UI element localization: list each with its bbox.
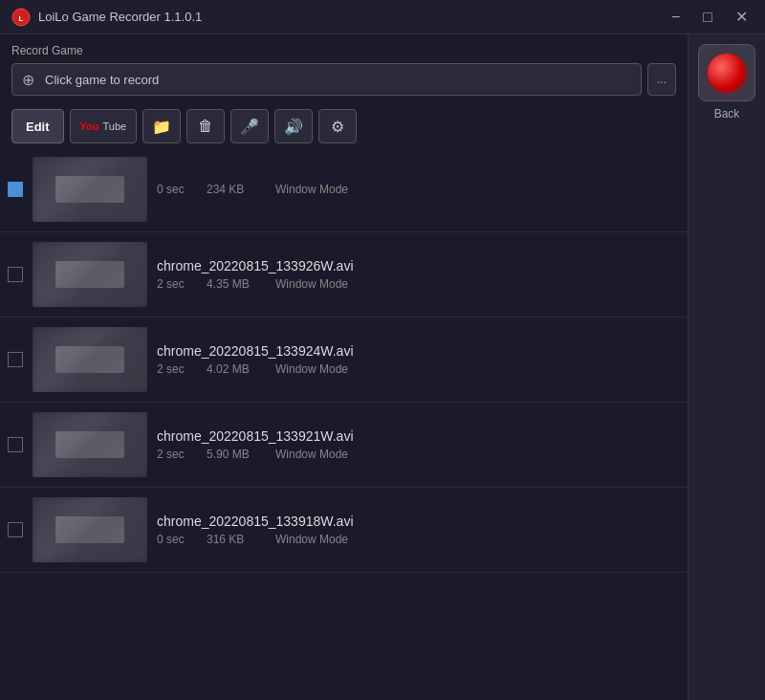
- close-button[interactable]: ✕: [730, 8, 754, 27]
- item-meta: 2 sec 5.90 MB Window Mode: [157, 448, 680, 461]
- app-title: LoiLo Game Recorder 1.1.0.1: [38, 10, 202, 24]
- youtube-label: Tube: [103, 120, 127, 132]
- list-item[interactable]: chrome_20220815_133924W.avi 2 sec 4.02 M…: [0, 317, 688, 403]
- item-filename: chrome_20220815_133926W.avi: [157, 258, 680, 273]
- record-game-label: Record Game: [11, 44, 676, 57]
- item-duration: 0 sec: [157, 183, 195, 196]
- edit-button[interactable]: Edit: [11, 109, 64, 143]
- item-duration: 0 sec: [157, 533, 195, 546]
- item-meta: 0 sec 316 KB Window Mode: [157, 533, 680, 546]
- microphone-button[interactable]: 🎤: [230, 109, 269, 143]
- item-checkbox[interactable]: [8, 522, 23, 537]
- settings-button[interactable]: ⚙: [318, 109, 357, 143]
- speaker-icon: 🔊: [284, 118, 303, 136]
- item-size: 234 KB: [207, 183, 264, 196]
- item-info: 0 sec 234 KB Window Mode: [157, 183, 680, 196]
- delete-button[interactable]: 🗑: [186, 109, 225, 143]
- item-checkbox[interactable]: [8, 352, 23, 367]
- item-info: chrome_20220815_133921W.avi 2 sec 5.90 M…: [157, 428, 680, 461]
- item-checkbox[interactable]: [8, 267, 23, 282]
- svg-text:L: L: [19, 14, 24, 23]
- item-size: 4.02 MB: [207, 362, 264, 376]
- item-mode: Window Mode: [275, 277, 348, 291]
- open-folder-button[interactable]: 📁: [142, 109, 181, 143]
- item-duration: 2 sec: [157, 362, 195, 376]
- item-info: chrome_20220815_133926W.avi 2 sec 4.35 M…: [157, 258, 680, 291]
- gear-icon: ⚙: [331, 118, 344, 136]
- item-mode: Window Mode: [275, 533, 348, 546]
- youtube-icon: You: [80, 120, 99, 132]
- trash-icon: 🗑: [198, 118, 213, 135]
- item-duration: 2 sec: [157, 448, 195, 461]
- item-thumbnail: [33, 412, 147, 477]
- title-bar-controls: − □ ✕: [666, 8, 754, 27]
- item-mode: Window Mode: [275, 183, 348, 196]
- item-meta: 0 sec 234 KB Window Mode: [157, 183, 680, 196]
- main-container: Record Game ⊕ Click game to record ... E…: [0, 34, 765, 700]
- item-meta: 2 sec 4.35 MB Window Mode: [157, 277, 680, 291]
- item-thumbnail: [33, 157, 147, 222]
- item-filename: chrome_20220815_133918W.avi: [157, 514, 680, 529]
- item-thumbnail: [33, 242, 147, 307]
- list-item[interactable]: chrome_20220815_133918W.avi 0 sec 316 KB…: [0, 488, 688, 573]
- recordings-list[interactable]: 0 sec 234 KB Window Mode chrome_20220815: [0, 151, 688, 700]
- left-panel: Record Game ⊕ Click game to record ... E…: [0, 34, 688, 700]
- list-item[interactable]: chrome_20220815_133926W.avi 2 sec 4.35 M…: [0, 232, 688, 317]
- item-filename: chrome_20220815_133921W.avi: [157, 428, 680, 444]
- item-checkbox[interactable]: [8, 182, 23, 197]
- maximize-button[interactable]: □: [697, 8, 718, 27]
- item-size: 4.35 MB: [207, 277, 264, 291]
- item-info: chrome_20220815_133918W.avi 0 sec 316 KB…: [157, 514, 680, 546]
- item-size: 316 KB: [207, 533, 264, 546]
- more-options-button[interactable]: ...: [647, 63, 676, 96]
- minimize-button[interactable]: −: [666, 8, 686, 27]
- right-panel: Back: [688, 34, 765, 700]
- speaker-button[interactable]: 🔊: [274, 109, 313, 143]
- back-label: Back: [714, 107, 740, 120]
- item-mode: Window Mode: [275, 362, 348, 376]
- title-bar: L LoiLo Game Recorder 1.1.0.1 − □ ✕: [0, 0, 765, 34]
- title-bar-left: L LoiLo Game Recorder 1.1.0.1: [11, 8, 202, 27]
- game-input-row: ⊕ Click game to record ...: [11, 63, 676, 96]
- item-thumbnail: [33, 497, 147, 562]
- game-input-text: Click game to record: [45, 73, 631, 87]
- item-filename: chrome_20220815_133924W.avi: [157, 343, 680, 359]
- youtube-button[interactable]: YouTube: [70, 109, 138, 143]
- record-button[interactable]: [698, 44, 755, 101]
- list-item[interactable]: chrome_20220815_133921W.avi 2 sec 5.90 M…: [0, 403, 688, 488]
- list-item[interactable]: 0 sec 234 KB Window Mode: [0, 151, 688, 232]
- item-mode: Window Mode: [275, 448, 348, 461]
- item-size: 5.90 MB: [207, 448, 264, 461]
- toolbar: Edit YouTube 📁 🗑 🎤 🔊 ⚙: [0, 103, 688, 151]
- record-circle-icon: [708, 54, 746, 92]
- game-selector[interactable]: ⊕ Click game to record: [11, 63, 642, 96]
- microphone-icon: 🎤: [240, 118, 259, 136]
- folder-icon: 📁: [152, 118, 171, 136]
- item-duration: 2 sec: [157, 277, 195, 291]
- item-info: chrome_20220815_133924W.avi 2 sec 4.02 M…: [157, 343, 680, 376]
- item-checkbox[interactable]: [8, 437, 23, 452]
- app-logo-icon: L: [11, 8, 31, 27]
- crosshair-icon: ⊕: [22, 71, 37, 89]
- record-game-section: Record Game ⊕ Click game to record ...: [0, 34, 688, 103]
- item-meta: 2 sec 4.02 MB Window Mode: [157, 362, 680, 376]
- item-thumbnail: [33, 327, 147, 392]
